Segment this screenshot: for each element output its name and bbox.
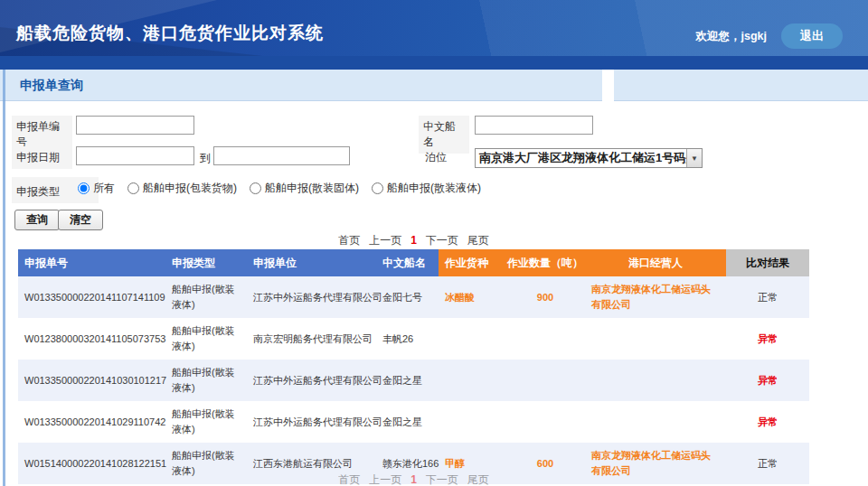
declare-type-option-3[interactable]: 船舶申报(散装液体) bbox=[372, 181, 481, 196]
cell-declaration-no: W012380000320141105073753 bbox=[18, 318, 165, 360]
header-user-area: 欢迎您，jsgkj 退出 bbox=[696, 23, 844, 49]
pagination-first[interactable]: 首页 bbox=[338, 473, 360, 486]
cell-declaration-no: W013350000220141030101217 bbox=[18, 360, 165, 401]
tab-bar-filler bbox=[614, 70, 868, 101]
cell-declaration-unit: 南京宏明船务代理有限公司 bbox=[247, 318, 376, 360]
pagination-last[interactable]: 尾页 bbox=[467, 473, 489, 486]
ship-name-input[interactable] bbox=[475, 116, 593, 135]
table-row: W013350000220141030101217船舶申报(散装液体)江苏中外运… bbox=[18, 360, 809, 401]
table-row: W012380000320141105073753船舶申报(散装液体)南京宏明船… bbox=[18, 318, 809, 360]
berth-label: 泊位 bbox=[420, 146, 451, 169]
pagination-current-page: 1 bbox=[410, 234, 417, 247]
column-header: 申报单号 bbox=[18, 249, 165, 276]
cell-operator bbox=[585, 360, 726, 401]
cell-operator bbox=[585, 401, 726, 443]
welcome-text: 欢迎您，jsgkj bbox=[696, 29, 768, 44]
radio-label: 所有 bbox=[93, 181, 115, 196]
pagination-first[interactable]: 首页 bbox=[338, 234, 360, 247]
declare-type-option-1[interactable]: 船舶申报(包装货物) bbox=[127, 181, 237, 196]
cell-declaration-type: 船舶申报(散装液体) bbox=[165, 401, 247, 443]
berth-select[interactable]: 南京港大厂港区龙翔液体化工储运1号码头 ▼ bbox=[475, 148, 703, 168]
cell-cargo: 冰醋酸 bbox=[439, 276, 505, 318]
radio-input[interactable] bbox=[372, 182, 383, 194]
radio-label: 船舶申报(散装固体) bbox=[265, 181, 359, 196]
tab-declaration-query[interactable]: 申报单查询 bbox=[0, 70, 602, 101]
radio-label: 船舶申报(包装货物) bbox=[143, 181, 237, 196]
cell-declaration-unit: 江苏中外运船务代理有限公司 bbox=[247, 360, 376, 401]
cell-result: 异常 bbox=[726, 318, 809, 360]
pagination-next[interactable]: 下一页 bbox=[426, 234, 458, 247]
table-header-row: 申报单号申报类型申报单位中文船名作业货种作业数量（吨）港口经营人比对结果 bbox=[18, 249, 809, 276]
cell-operator: 南京龙翔液体化工储运码头有限公司 bbox=[585, 276, 726, 318]
cell-cargo bbox=[439, 401, 505, 443]
column-header: 中文船名 bbox=[376, 249, 439, 276]
date-to-text: 到 bbox=[200, 151, 211, 166]
column-header: 港口经营人 bbox=[585, 249, 726, 276]
cell-operator bbox=[585, 318, 726, 360]
results-table: 申报单号申报类型申报单位中文船名作业货种作业数量（吨）港口经营人比对结果 W01… bbox=[18, 249, 809, 484]
cell-declaration-no: W013350000220141107141109 bbox=[18, 276, 165, 318]
table-row: W013350000220141029110742船舶申报(散装液体)江苏中外运… bbox=[18, 401, 809, 443]
app-title: 船载危险货物、港口危货作业比对系统 bbox=[16, 22, 324, 45]
pagination-next[interactable]: 下一页 bbox=[426, 473, 458, 486]
cell-result: 异常 bbox=[726, 401, 809, 443]
radio-label: 船舶申报(散装液体) bbox=[387, 181, 481, 196]
cell-quantity bbox=[505, 360, 585, 401]
radio-input[interactable] bbox=[127, 182, 139, 194]
app-header: 船载危险货物、港口危货作业比对系统 欢迎您，jsgkj 退出 bbox=[0, 0, 868, 70]
cell-declaration-type: 船舶申报(散装液体) bbox=[165, 276, 247, 318]
column-header: 作业数量（吨） bbox=[505, 249, 585, 276]
cell-quantity bbox=[505, 401, 585, 443]
declare-type-radio-group: 所有船舶申报(包装货物)船舶申报(散装固体)船舶申报(散装液体) bbox=[78, 181, 481, 196]
cell-cargo bbox=[439, 318, 505, 360]
clear-button[interactable]: 清空 bbox=[58, 210, 103, 230]
cell-declaration-unit: 江苏中外运船务代理有限公司 bbox=[247, 276, 376, 318]
declare-type-option-2[interactable]: 船舶申报(散装固体) bbox=[250, 181, 359, 196]
pagination-bottom: 首页上一页1下一页尾页 bbox=[18, 472, 809, 486]
pagination-top: 首页上一页1下一页尾页 bbox=[18, 233, 809, 248]
pagination-current-page: 1 bbox=[410, 473, 417, 486]
tab-divider bbox=[602, 70, 614, 101]
cell-declaration-no: W013350000220141029110742 bbox=[18, 401, 165, 443]
declaration-no-input[interactable] bbox=[76, 116, 194, 135]
berth-selected-value: 南京港大厂港区龙翔液体化工储运1号码头 bbox=[476, 150, 686, 166]
cell-ship-name: 金阳之星 bbox=[376, 401, 439, 443]
date-to-input[interactable] bbox=[213, 146, 350, 165]
cell-ship-name: 丰帆26 bbox=[376, 318, 439, 360]
logout-button[interactable]: 退出 bbox=[781, 23, 843, 49]
cell-ship-name: 金阳七号 bbox=[376, 276, 439, 318]
pagination-prev[interactable]: 上一页 bbox=[369, 473, 401, 486]
column-header: 申报类型 bbox=[165, 249, 247, 276]
cell-declaration-unit: 江苏中外运船务代理有限公司 bbox=[247, 401, 376, 443]
column-header: 申报单位 bbox=[247, 249, 376, 276]
app-window: 船载危险货物、港口危货作业比对系统 欢迎您，jsgkj 退出 申报单查询 申报单… bbox=[0, 0, 868, 486]
tab-label: 申报单查询 bbox=[0, 70, 83, 100]
declare-type-option-0[interactable]: 所有 bbox=[78, 181, 115, 196]
pagination-prev[interactable]: 上一页 bbox=[369, 234, 401, 247]
column-header: 作业货种 bbox=[439, 249, 505, 276]
tab-bar: 申报单查询 bbox=[0, 70, 868, 101]
column-header: 比对结果 bbox=[726, 249, 809, 276]
cell-result: 异常 bbox=[726, 360, 809, 401]
cell-declaration-type: 船舶申报(散装液体) bbox=[165, 318, 247, 360]
cell-ship-name: 金阳之星 bbox=[376, 360, 439, 401]
radio-input[interactable] bbox=[250, 182, 261, 194]
cell-result: 正常 bbox=[726, 276, 809, 318]
date-from-input[interactable] bbox=[76, 146, 194, 165]
cell-cargo bbox=[439, 360, 505, 401]
header-bottom-strip bbox=[0, 56, 868, 70]
cell-declaration-type: 船舶申报(散装液体) bbox=[165, 360, 247, 401]
pagination-last[interactable]: 尾页 bbox=[467, 234, 489, 247]
results-table-wrap: 申报单号申报类型申报单位中文船名作业货种作业数量（吨）港口经营人比对结果 W01… bbox=[18, 249, 809, 484]
query-button[interactable]: 查询 bbox=[14, 210, 60, 230]
cell-quantity bbox=[505, 318, 585, 360]
declare-date-label: 申报日期 bbox=[12, 146, 72, 169]
table-row: W013350000220141107141109船舶申报(散装液体)江苏中外运… bbox=[18, 276, 809, 318]
radio-input[interactable] bbox=[78, 182, 90, 194]
search-form: 申报单编号 中文船名 申报日期 到 泊位 南京港大厂港区龙翔液体化工储运1号码头… bbox=[0, 101, 868, 232]
cell-quantity: 900 bbox=[505, 276, 585, 318]
dropdown-arrow-icon: ▼ bbox=[686, 149, 702, 167]
